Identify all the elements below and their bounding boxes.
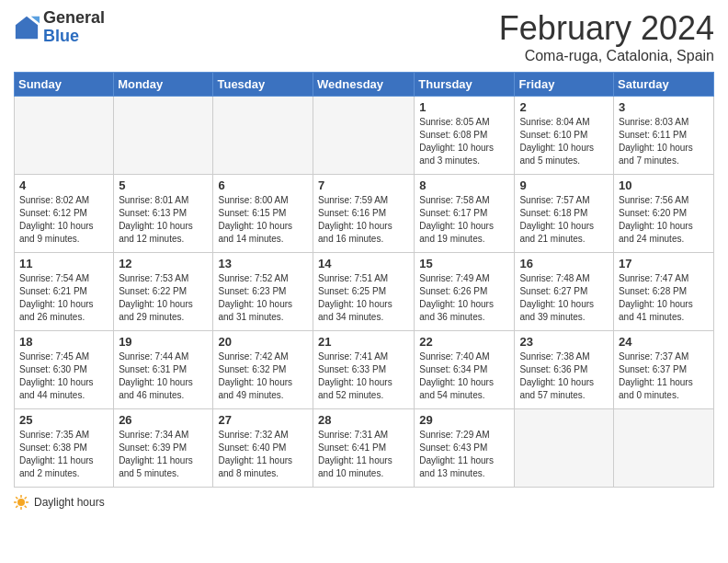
header-cell-sunday: Sunday: [15, 73, 114, 97]
month-title: February 2024: [499, 9, 714, 48]
header-cell-friday: Friday: [515, 73, 614, 97]
day-cell: [313, 97, 415, 175]
day-cell: 3Sunrise: 8:03 AM Sunset: 6:11 PM Daylig…: [614, 97, 714, 175]
location: Coma-ruga, Catalonia, Spain: [499, 48, 714, 64]
day-cell: 18Sunrise: 7:45 AM Sunset: 6:30 PM Dayli…: [15, 331, 114, 409]
day-cell: 17Sunrise: 7:47 AM Sunset: 6:28 PM Dayli…: [614, 253, 714, 331]
day-info: Sunrise: 7:34 AM Sunset: 6:39 PM Dayligh…: [119, 429, 208, 480]
svg-marker-0: [16, 17, 38, 39]
day-info: Sunrise: 7:31 AM Sunset: 6:41 PM Dayligh…: [318, 429, 409, 480]
day-info: Sunrise: 7:49 AM Sunset: 6:26 PM Dayligh…: [419, 272, 509, 324]
day-cell: 10Sunrise: 7:56 AM Sunset: 6:20 PM Dayli…: [614, 175, 714, 253]
day-info: Sunrise: 7:32 AM Sunset: 6:40 PM Dayligh…: [218, 429, 308, 480]
footer: Daylight hours: [14, 495, 714, 510]
day-info: Sunrise: 7:51 AM Sunset: 6:25 PM Dayligh…: [318, 272, 409, 324]
day-cell: 11Sunrise: 7:54 AM Sunset: 6:21 PM Dayli…: [15, 253, 114, 331]
svg-line-9: [25, 497, 27, 499]
day-info: Sunrise: 7:38 AM Sunset: 6:36 PM Dayligh…: [519, 350, 609, 402]
day-cell: 9Sunrise: 7:57 AM Sunset: 6:18 PM Daylig…: [515, 175, 614, 253]
day-info: Sunrise: 7:35 AM Sunset: 6:38 PM Dayligh…: [19, 429, 108, 480]
day-number: 17: [619, 257, 709, 270]
svg-line-8: [25, 506, 27, 508]
day-cell: 21Sunrise: 7:41 AM Sunset: 6:33 PM Dayli…: [313, 331, 415, 409]
svg-line-10: [16, 506, 17, 508]
day-number: 24: [619, 335, 709, 349]
day-info: Sunrise: 7:41 AM Sunset: 6:33 PM Dayligh…: [318, 350, 409, 402]
day-cell: 8Sunrise: 7:58 AM Sunset: 6:17 PM Daylig…: [415, 175, 515, 253]
day-cell: 13Sunrise: 7:52 AM Sunset: 6:23 PM Dayli…: [213, 253, 313, 331]
day-number: 19: [119, 335, 208, 349]
day-info: Sunrise: 7:59 AM Sunset: 6:16 PM Dayligh…: [318, 194, 409, 246]
week-row-1: 1Sunrise: 8:05 AM Sunset: 6:08 PM Daylig…: [15, 97, 714, 175]
day-number: 23: [519, 335, 609, 349]
day-cell: 28Sunrise: 7:31 AM Sunset: 6:41 PM Dayli…: [313, 409, 415, 488]
day-cell: 12Sunrise: 7:53 AM Sunset: 6:22 PM Dayli…: [114, 253, 213, 331]
day-info: Sunrise: 7:44 AM Sunset: 6:31 PM Dayligh…: [119, 350, 208, 402]
day-number: 12: [119, 257, 208, 270]
day-info: Sunrise: 7:42 AM Sunset: 6:32 PM Dayligh…: [218, 350, 308, 402]
day-info: Sunrise: 8:04 AM Sunset: 6:10 PM Dayligh…: [519, 116, 609, 167]
day-number: 1: [419, 100, 509, 114]
day-number: 28: [318, 413, 409, 427]
day-info: Sunrise: 7:45 AM Sunset: 6:30 PM Dayligh…: [19, 350, 108, 402]
day-number: 25: [19, 413, 108, 427]
day-cell: 7Sunrise: 7:59 AM Sunset: 6:16 PM Daylig…: [313, 175, 415, 253]
day-info: Sunrise: 8:01 AM Sunset: 6:13 PM Dayligh…: [119, 194, 208, 246]
day-cell: 29Sunrise: 7:29 AM Sunset: 6:43 PM Dayli…: [415, 409, 515, 488]
day-cell: 25Sunrise: 7:35 AM Sunset: 6:38 PM Dayli…: [15, 409, 114, 488]
day-info: Sunrise: 7:37 AM Sunset: 6:37 PM Dayligh…: [619, 350, 709, 402]
day-cell: 16Sunrise: 7:48 AM Sunset: 6:27 PM Dayli…: [515, 253, 614, 331]
page-header: General Blue February 2024 Coma-ruga, Ca…: [14, 9, 714, 64]
day-cell: 4Sunrise: 8:02 AM Sunset: 6:12 PM Daylig…: [15, 175, 114, 253]
day-number: 15: [419, 257, 509, 270]
day-number: 16: [519, 257, 609, 270]
day-number: 27: [218, 413, 308, 427]
day-number: 22: [419, 335, 509, 349]
day-cell: 23Sunrise: 7:38 AM Sunset: 6:36 PM Dayli…: [515, 331, 614, 409]
day-info: Sunrise: 7:48 AM Sunset: 6:27 PM Dayligh…: [519, 272, 609, 324]
week-row-4: 18Sunrise: 7:45 AM Sunset: 6:30 PM Dayli…: [15, 331, 714, 409]
day-cell: 24Sunrise: 7:37 AM Sunset: 6:37 PM Dayli…: [614, 331, 714, 409]
day-number: 20: [218, 335, 308, 349]
day-info: Sunrise: 7:47 AM Sunset: 6:28 PM Dayligh…: [619, 272, 709, 324]
day-number: 6: [218, 178, 308, 192]
logo-icon: [14, 15, 40, 40]
day-cell: 15Sunrise: 7:49 AM Sunset: 6:26 PM Dayli…: [415, 253, 515, 331]
day-cell: 27Sunrise: 7:32 AM Sunset: 6:40 PM Dayli…: [213, 409, 313, 488]
header-cell-wednesday: Wednesday: [313, 73, 415, 97]
day-number: 29: [419, 413, 509, 427]
day-number: 14: [318, 257, 409, 270]
svg-line-7: [16, 497, 17, 499]
day-cell: 2Sunrise: 8:04 AM Sunset: 6:10 PM Daylig…: [515, 97, 614, 175]
day-cell: 20Sunrise: 7:42 AM Sunset: 6:32 PM Dayli…: [213, 331, 313, 409]
day-cell: 19Sunrise: 7:44 AM Sunset: 6:31 PM Dayli…: [114, 331, 213, 409]
header-cell-tuesday: Tuesday: [213, 73, 313, 97]
day-cell: 6Sunrise: 8:00 AM Sunset: 6:15 PM Daylig…: [213, 175, 313, 253]
day-number: 9: [519, 178, 609, 192]
day-cell: 14Sunrise: 7:51 AM Sunset: 6:25 PM Dayli…: [313, 253, 415, 331]
day-info: Sunrise: 7:57 AM Sunset: 6:18 PM Dayligh…: [519, 194, 609, 246]
day-info: Sunrise: 8:00 AM Sunset: 6:15 PM Dayligh…: [218, 194, 308, 246]
title-block: February 2024 Coma-ruga, Catalonia, Spai…: [499, 9, 714, 64]
day-info: Sunrise: 7:53 AM Sunset: 6:22 PM Dayligh…: [119, 272, 208, 324]
day-info: Sunrise: 8:05 AM Sunset: 6:08 PM Dayligh…: [419, 116, 509, 167]
day-info: Sunrise: 8:02 AM Sunset: 6:12 PM Dayligh…: [19, 194, 108, 246]
day-number: 2: [519, 100, 609, 114]
day-number: 18: [19, 335, 108, 349]
day-info: Sunrise: 8:03 AM Sunset: 6:11 PM Dayligh…: [619, 116, 709, 167]
header-cell-saturday: Saturday: [614, 73, 714, 97]
day-number: 11: [19, 257, 108, 270]
day-cell: [614, 409, 714, 488]
day-number: 3: [619, 100, 709, 114]
svg-point-2: [17, 499, 25, 506]
day-info: Sunrise: 7:58 AM Sunset: 6:17 PM Dayligh…: [419, 194, 509, 246]
day-number: 13: [218, 257, 308, 270]
day-number: 7: [318, 178, 409, 192]
day-cell: [213, 97, 313, 175]
daylight-label: Daylight hours: [34, 496, 105, 509]
day-info: Sunrise: 7:54 AM Sunset: 6:21 PM Dayligh…: [19, 272, 108, 324]
logo-general-text: General: [43, 9, 105, 28]
day-number: 21: [318, 335, 409, 349]
day-info: Sunrise: 7:40 AM Sunset: 6:34 PM Dayligh…: [419, 350, 509, 402]
day-number: 4: [19, 178, 108, 192]
